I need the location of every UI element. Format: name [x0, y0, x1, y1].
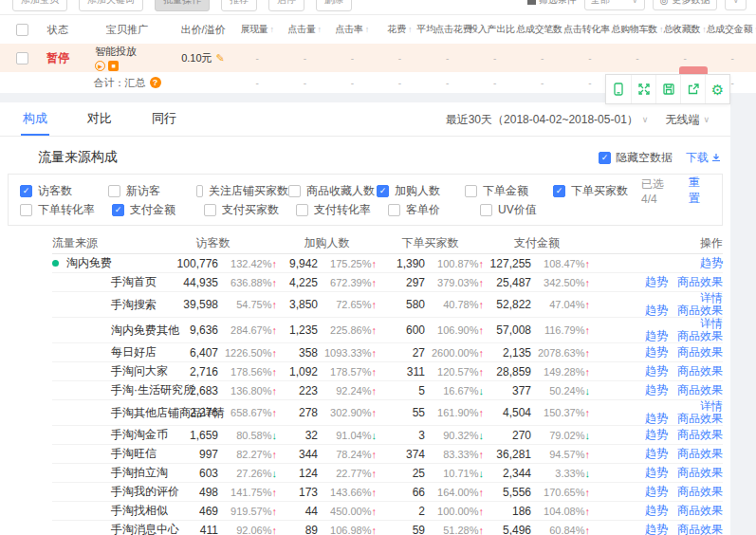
toolbar-button[interactable]: 删除: [316, 0, 352, 11]
metric-checkbox-item[interactable]: 新访客: [108, 183, 196, 199]
hide-empty-toggle[interactable]: ✓ 隐藏空数据: [599, 150, 673, 166]
toolbar-button[interactable]: 添加宝贝: [12, 0, 67, 11]
product-effect-link[interactable]: 商品效果: [677, 346, 723, 359]
campaign-column-header[interactable]: 投入产出比↑: [470, 23, 518, 36]
sort-arrow-icon[interactable]: ↑: [408, 25, 412, 34]
campaign-column-header[interactable]: 点击量↑: [281, 23, 328, 36]
metric-checkbox[interactable]: [480, 204, 492, 216]
product-effect-link[interactable]: 商品效果: [677, 505, 723, 517]
row-checkbox[interactable]: [16, 52, 28, 65]
metric-checkbox[interactable]: ✓: [20, 185, 32, 197]
metric-checkbox-item[interactable]: ✓访客数: [20, 183, 108, 199]
select-all-checkbox[interactable]: [16, 24, 28, 36]
sort-arrow-icon[interactable]: ↑: [365, 25, 369, 34]
collapse-button[interactable]: ∨: [725, 0, 747, 10]
trend-link[interactable]: 趋势: [645, 505, 668, 517]
product-effect-link[interactable]: 商品效果: [677, 330, 723, 342]
more-data-button[interactable]: ◎ 更多数据: [653, 0, 718, 10]
product-effect-link[interactable]: 商品效果: [677, 448, 723, 460]
trend-link[interactable]: 趋势: [645, 467, 668, 479]
campaign-column-header[interactable]: 展现量↑: [233, 23, 281, 36]
terminal-selector[interactable]: 无线端 ∨: [665, 112, 710, 128]
metric-checkbox-item[interactable]: ✓支付金额: [112, 202, 204, 218]
metric-checkbox[interactable]: [296, 204, 308, 216]
metric-column-header[interactable]: 支付金额: [484, 235, 590, 251]
trend-link[interactable]: 趋势: [645, 448, 668, 460]
metric-checkbox-item[interactable]: 下单金额: [465, 183, 553, 199]
metric-checkbox[interactable]: [108, 185, 120, 197]
product-effect-link[interactable]: 商品效果: [677, 413, 723, 425]
trend-link[interactable]: 趋势: [645, 346, 668, 359]
product-effect-link[interactable]: 商品效果: [677, 467, 723, 479]
metric-checkbox-item[interactable]: 商品收藏人数: [288, 183, 377, 199]
product-effect-link[interactable]: 商品效果: [677, 384, 723, 397]
metric-checkbox-item[interactable]: 支付转化率: [296, 202, 388, 218]
metric-column-header[interactable]: 加购人数: [277, 235, 377, 251]
trend-link[interactable]: 趋势: [645, 304, 668, 317]
filter-select[interactable]: 全部 ∨: [584, 0, 645, 10]
tab-构成[interactable]: 构成: [21, 102, 49, 136]
toolbar-button[interactable]: 添加关键词: [79, 0, 143, 11]
product-effect-link[interactable]: 商品效果: [677, 365, 723, 378]
tab-同行[interactable]: 同行: [150, 102, 178, 136]
download-link[interactable]: 下载: [686, 150, 721, 166]
metric-checkbox-item[interactable]: 关注店铺买家数: [196, 183, 288, 199]
product-effect-link[interactable]: 商品效果: [677, 304, 723, 317]
metric-checkbox[interactable]: ✓: [112, 204, 124, 216]
product-effect-link[interactable]: 商品效果: [677, 486, 723, 498]
campaign-column-header[interactable]: 总成交笔数↑: [519, 23, 566, 36]
trend-link[interactable]: 趋势: [645, 330, 668, 342]
metric-checkbox[interactable]: [288, 185, 301, 197]
trend-link[interactable]: 趋势: [700, 257, 723, 269]
question-icon[interactable]: ?: [150, 77, 161, 88]
trend-link[interactable]: 趋势: [645, 486, 668, 498]
metric-checkbox-item[interactable]: ✓下单买家数: [553, 183, 641, 199]
mobile-icon[interactable]: [606, 75, 631, 103]
edit-pencil-icon[interactable]: ✎: [216, 52, 225, 65]
metric-checkbox-item[interactable]: UV价值: [480, 202, 572, 218]
metric-checkbox[interactable]: [465, 185, 477, 197]
trend-link[interactable]: 趋势: [645, 524, 668, 535]
metric-checkbox[interactable]: ✓: [553, 185, 565, 197]
campaign-column-header[interactable]: 总成交金额↑: [709, 23, 756, 36]
metric-column-header[interactable]: 访客数: [149, 235, 277, 251]
metric-checkbox[interactable]: [196, 185, 203, 197]
trend-link[interactable]: 趋势: [645, 384, 668, 397]
metric-checkbox-item[interactable]: 客单价: [388, 202, 480, 218]
metric-checkbox[interactable]: [20, 204, 32, 216]
save-icon[interactable]: [655, 75, 680, 103]
date-range-selector[interactable]: 最近30天（2018-04-02~2018-05-01） ∨: [446, 112, 649, 128]
campaign-column-header[interactable]: 平均点击花费↑: [423, 23, 470, 36]
metric-checkbox-item[interactable]: ✓加购人数: [377, 183, 465, 199]
share-icon[interactable]: [680, 75, 705, 103]
hide-empty-checkbox[interactable]: ✓: [599, 152, 611, 164]
metric-checkbox-item[interactable]: 支付买家数: [204, 202, 296, 218]
tab-对比[interactable]: 对比: [85, 102, 114, 136]
product-effect-link[interactable]: 商品效果: [677, 524, 723, 535]
campaign-column-header[interactable]: 点击率↑: [328, 23, 376, 36]
metric-checkbox-item[interactable]: 下单转化率: [20, 202, 112, 218]
trend-link[interactable]: 趋势: [645, 429, 668, 441]
toolbar-button[interactable]: 启停: [268, 0, 304, 11]
play-circle-icon[interactable]: ▶: [95, 61, 105, 71]
toolbar-button[interactable]: 推荐: [221, 0, 257, 11]
settings-icon[interactable]: ⚙: [705, 75, 729, 103]
fullscreen-icon[interactable]: [631, 75, 655, 103]
toolbar-button[interactable]: 批量操作: [155, 0, 210, 11]
product-effect-link[interactable]: 商品效果: [677, 276, 723, 288]
campaign-column-header[interactable]: 点击转化率↑: [566, 23, 614, 36]
metric-column-header[interactable]: 下单买家数: [377, 235, 484, 251]
filter-condition-label[interactable]: 筛选条件: [527, 0, 577, 10]
reset-link[interactable]: 重置: [689, 175, 710, 207]
product-effect-link[interactable]: 商品效果: [677, 429, 723, 441]
trend-link[interactable]: 趋势: [645, 413, 668, 425]
campaign-column-header[interactable]: 总收藏数↑: [661, 23, 709, 36]
metric-checkbox[interactable]: ✓: [377, 185, 389, 197]
trend-link[interactable]: 趋势: [645, 365, 668, 378]
campaign-column-header[interactable]: 总购物车数↑: [614, 23, 661, 36]
sort-arrow-icon[interactable]: ↑: [270, 25, 274, 34]
metric-checkbox[interactable]: [204, 204, 216, 216]
trend-link[interactable]: 趋势: [645, 276, 668, 288]
metric-checkbox[interactable]: [388, 204, 400, 216]
sort-arrow-icon[interactable]: ↑: [318, 25, 322, 34]
